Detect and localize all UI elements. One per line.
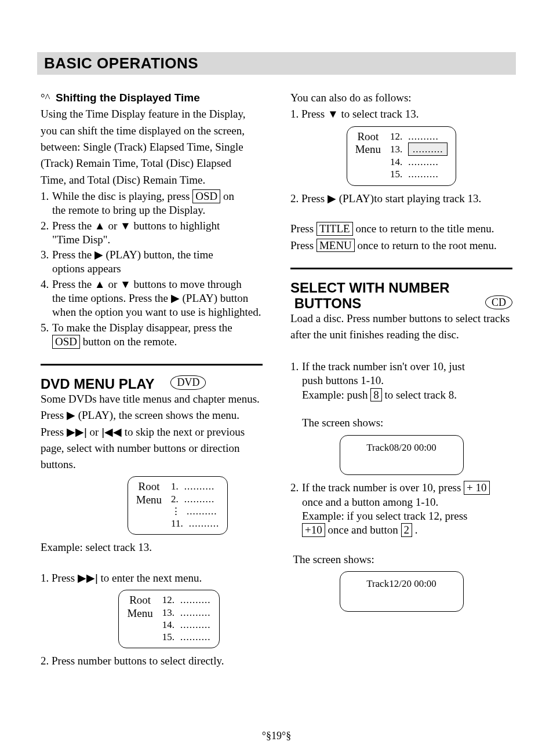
text: 1. Press xyxy=(41,572,78,584)
text: Some DVDs have title menus and chapter m… xyxy=(41,392,263,406)
text: Press the xyxy=(52,249,94,261)
row-vdots: ⋮ xyxy=(171,505,181,517)
key-plus10: + 10 xyxy=(464,481,489,495)
row-dots: .......... xyxy=(187,505,217,517)
text: Press xyxy=(290,222,316,235)
text: Press the xyxy=(52,278,94,290)
up-icon: ▲ xyxy=(94,278,105,290)
heading-line1: SELECT WITH NUMBER xyxy=(290,280,512,296)
text: button on the remote. xyxy=(83,335,177,348)
down-icon: ▼ xyxy=(120,278,131,290)
text: Example: if you select track 12, press xyxy=(302,510,467,522)
text: 1. Press xyxy=(290,108,328,120)
next-icon: ▶▶| xyxy=(67,426,87,438)
row-dots: .......... xyxy=(408,168,439,180)
text: 1. Press ▼ to select track 13. xyxy=(290,107,512,121)
num-step-1: 1. If the track number isn't over 10, ju… xyxy=(290,360,512,430)
text: 1. Press ▶▶| to enter the next menu. xyxy=(41,571,263,585)
row-dots: .......... xyxy=(180,594,211,606)
text: the remote to bring up the Display. xyxy=(52,204,205,216)
text: Example: select track 13. xyxy=(41,540,263,554)
row-dots: .......... xyxy=(408,156,439,168)
text: (PLAY) button, the time xyxy=(106,249,213,261)
row-num: 1. xyxy=(171,480,179,492)
root-label: Root xyxy=(127,594,152,607)
heading-line2: BUTTONS xyxy=(290,295,361,312)
text: to select track 13. xyxy=(341,108,419,120)
row-dots: .......... xyxy=(189,517,220,529)
text: Load a disc. Press number buttons to sel… xyxy=(290,312,512,326)
text: Press ▶▶| or |◀◀ to skip the next or pre… xyxy=(41,425,263,439)
text: BUTTONS xyxy=(294,295,362,311)
key-menu: MENU xyxy=(316,239,355,253)
cd-badge: CD xyxy=(485,295,512,310)
step-3: 3. Press the ▶ (PLAY) button, the time o… xyxy=(41,248,263,276)
step-body: If the track number is over 10, press + … xyxy=(302,481,512,537)
step-1: 1. While the disc is playing, press OSD … xyxy=(41,189,263,218)
row-dots: .......... xyxy=(184,493,215,505)
divider xyxy=(41,364,263,366)
down-icon: ▼ xyxy=(328,108,339,120)
text: Press the xyxy=(52,220,94,232)
intro-line: between: Single (Track) Elapsed Time, Si… xyxy=(41,140,263,154)
text: push buttons 1-10. xyxy=(302,374,384,386)
row-num: 12. xyxy=(162,594,174,606)
next-icon: ▶▶| xyxy=(78,572,98,584)
step-body: Press the ▶ (PLAY) button, the time opti… xyxy=(52,248,263,276)
menu-label: Menu xyxy=(127,607,152,620)
text: buttons to move through xyxy=(134,278,242,290)
intro-line: you can shift the time displayed on the … xyxy=(41,124,263,138)
row-num: 11. xyxy=(171,517,183,529)
text: to skip the next or previous xyxy=(125,426,245,438)
down-icon: ▼ xyxy=(120,220,131,232)
key-osd: OSD xyxy=(192,189,220,203)
root-label: Root xyxy=(355,130,381,144)
text: The screen shows: xyxy=(302,417,383,429)
text: once to return to the title menu. xyxy=(355,222,494,235)
step-number: 2. xyxy=(290,481,302,537)
text: The screen shows: xyxy=(290,553,512,567)
text: when the option you want to use is highl… xyxy=(52,306,261,318)
text: page, select with number buttons or dire… xyxy=(41,441,263,455)
row-num: 2. xyxy=(171,493,179,505)
step-body: Press the ▲ or ▼ buttons to move through… xyxy=(52,277,263,320)
text: 2. Press number buttons to select direct… xyxy=(41,654,263,668)
num-step-2: 2. If the track number is over 10, press… xyxy=(290,481,512,537)
text: While the disc is playing, press xyxy=(52,190,192,202)
text: buttons. xyxy=(41,458,263,472)
page: BASIC OPERATIONS °^ Shifting the Display… xyxy=(0,0,553,756)
key-8: 8 xyxy=(370,388,382,402)
text: If the track number isn't over 10, just xyxy=(302,360,465,372)
row-dots: .......... xyxy=(408,130,439,143)
row-dots: .......... xyxy=(180,607,211,619)
text: . xyxy=(415,524,418,536)
text: Press MENU once to return to the root me… xyxy=(290,239,512,253)
text: buttons to highlight xyxy=(134,220,220,232)
right-column: You can also do as follows: 1. Press ▼ t… xyxy=(290,91,512,671)
text: To make the Display disappear, press the xyxy=(52,322,232,334)
number-buttons-heading: SELECT WITH NUMBER BUTTONS CD xyxy=(290,280,512,312)
row-dots: .......... xyxy=(184,480,215,492)
text: 2. Press ▶ (PLAY)to start playing track … xyxy=(290,192,512,206)
text: Press xyxy=(41,426,67,438)
degrees-mark: °^ xyxy=(41,92,50,104)
text: on xyxy=(223,190,234,202)
key-plus10: +10 xyxy=(302,523,325,537)
text: The screen shows: xyxy=(293,553,374,565)
divider xyxy=(290,268,512,269)
step-number: 4. xyxy=(41,277,52,320)
step-number: 2. xyxy=(41,219,52,247)
screen-panel-2: Track12/20 00:00 xyxy=(290,571,512,612)
text: Press TITLE once to return to the title … xyxy=(290,222,512,236)
root-menu-panel-2: Root Menu 12........... 13........... 14… xyxy=(75,590,263,648)
text: You can also do as follows: xyxy=(290,91,512,105)
root-menu-panel-1: Root Menu 1........... 2........... ⋮...… xyxy=(93,476,263,535)
text: or xyxy=(108,278,120,290)
page-number: °§19°§ xyxy=(0,730,553,742)
text: Press ▶ (PLAY), the screen shows the men… xyxy=(41,408,263,422)
menu-label: Menu xyxy=(355,143,381,156)
text: Example: push xyxy=(302,389,370,401)
intro-line: Time, and Total (Disc) Remain Time. xyxy=(41,173,263,187)
text: or xyxy=(90,426,102,438)
row-num: 12. xyxy=(390,130,402,143)
